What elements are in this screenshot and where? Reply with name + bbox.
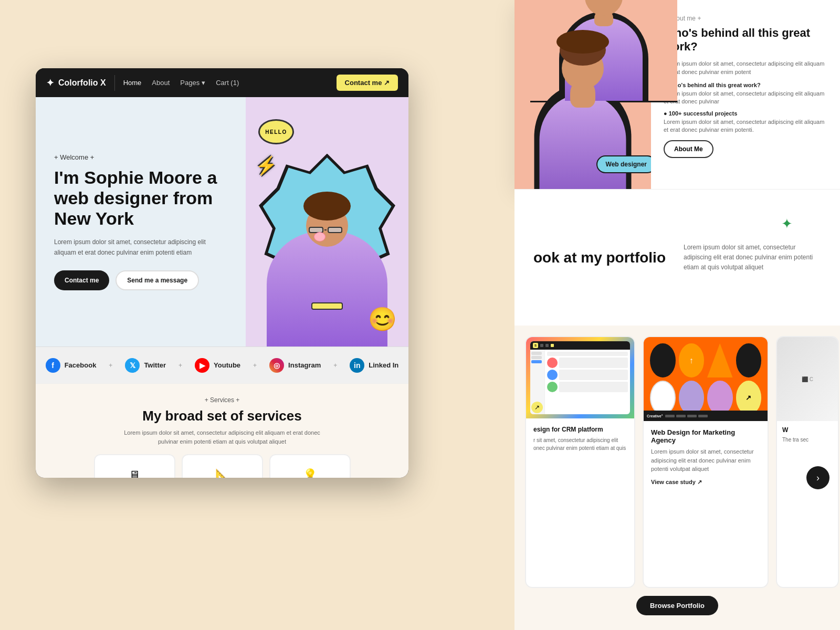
instagram-icon: ◎ (269, 358, 284, 373)
about-desc: Lorem ipsum dolor sit amet, consectetur … (664, 59, 827, 77)
crm-content (545, 350, 630, 414)
agency-nav: Creative° (644, 411, 768, 421)
case-image-2: ↑ ↗ Creative° (644, 337, 768, 421)
glasses-bridge (324, 229, 327, 230)
service-1-icon: 🖥 (129, 468, 140, 478)
about-me-button[interactable]: About Me (664, 140, 713, 158)
linkedin-icon: in (350, 358, 364, 373)
s3 (707, 343, 733, 377)
next-arrow-button[interactable]: › (806, 466, 830, 489)
service-card-3: 💡 (269, 454, 351, 478)
about-item-2: ● 100+ successful projects Lorem ipsum d… (664, 110, 827, 134)
person-hair (303, 192, 351, 220)
youtube-label: Youtube (214, 361, 240, 369)
nav-link-4 (698, 415, 708, 417)
about-item-1-title: ● Who's behind all this great work? (664, 82, 827, 88)
s7 (707, 381, 733, 415)
view-case-link[interactable]: View case study ↗ (651, 479, 760, 486)
main-browser-window: ✦ Colorfolio X Home About Pages ▾ Cart (… (36, 68, 408, 478)
case-card-1: S (525, 336, 635, 588)
cases-scroll: S (525, 336, 830, 588)
case-card-2-title: Web Design for Marketing Agency (651, 428, 760, 444)
case-image-3: ⬛ C (777, 337, 838, 421)
linkedin-label: Linked In (369, 361, 398, 369)
avatar2 (547, 370, 558, 380)
pages-label: Pages (180, 79, 200, 87)
nav-pages[interactable]: Pages ▾ (180, 79, 205, 87)
twitter-icon: 𝕏 (125, 358, 140, 373)
hero-buttons: Contact me Send me a message (54, 270, 227, 290)
case-card-3-text: The tra sec (782, 436, 833, 444)
sep-1: + (109, 362, 112, 369)
case-card-2-text: Lorem ipsum dolor sit amet, consectetur … (651, 447, 760, 474)
social-instagram[interactable]: ◎ Instagram (269, 358, 321, 373)
smiley-icon: 😊 (368, 306, 397, 333)
chevron-down-icon: ▾ (202, 79, 205, 87)
case-link-icon: ↗ (531, 402, 543, 413)
agency-nav-links (665, 415, 764, 417)
sep-3: + (253, 362, 257, 369)
brand-name: Colorfolio X (58, 78, 106, 88)
s8: ↗ (736, 381, 762, 415)
contact-me-button[interactable]: Contact me (54, 270, 109, 290)
sep-4: + (333, 362, 337, 369)
user-info2 (559, 370, 628, 380)
user-info (559, 358, 628, 368)
about-item-1-text: Lorem ipsum dolor sit amet, consectetur … (664, 90, 827, 106)
nav-links: Home About Pages ▾ Cart (1) (123, 79, 328, 87)
nav-contact-button[interactable]: Contact me ↗ (337, 75, 398, 91)
case-card-2-body: Web Design for Marketing Agency Lorem ip… (644, 421, 768, 493)
portfolio-desc: Lorem ipsum dolor sit amet, consectetur … (684, 243, 821, 273)
nav-home[interactable]: Home (123, 79, 142, 87)
nav-link-1 (665, 415, 675, 417)
service-card-2: 📐 (182, 454, 263, 478)
cases-panel: S (514, 326, 840, 630)
star-icon: ✦ (46, 77, 54, 89)
instagram-label: Instagram (288, 361, 321, 369)
shapes-grid: ↑ ↗ (644, 337, 768, 421)
browse-portfolio-button[interactable]: Browse Portfolio (636, 596, 718, 615)
facebook-label: Facebook (65, 361, 97, 369)
s6 (679, 381, 705, 415)
case-3-placeholder: ⬛ C (777, 337, 838, 421)
portfolio-title: ook at my portfolio (533, 249, 671, 267)
nav-about[interactable]: About (152, 79, 170, 87)
s1 (650, 343, 676, 377)
person-hair-top (556, 30, 609, 54)
glasses-right (328, 227, 342, 233)
case-card-3-title: W (782, 426, 833, 434)
crm-nav: S (530, 341, 630, 350)
crm-row4 (547, 382, 628, 392)
send-message-button[interactable]: Send me a message (116, 270, 199, 290)
social-youtube[interactable]: ▶ Youtube (195, 358, 240, 373)
s2: ↑ (679, 343, 705, 377)
service-2-icon: 📐 (215, 468, 229, 478)
user-info3 (559, 382, 628, 392)
social-facebook[interactable]: f Facebook (46, 358, 97, 373)
case-card-3: ⬛ C W The tra sec (776, 336, 839, 588)
services-tag: + Services + (205, 396, 240, 404)
s4 (736, 343, 762, 377)
social-linkedin[interactable]: in Linked In (350, 358, 398, 373)
lightning-icon: ⚡ (255, 155, 277, 176)
hero-left: + Welcome + I'm Sophie Moore a web desig… (36, 97, 246, 346)
social-twitter[interactable]: 𝕏 Twitter (125, 358, 166, 373)
hero-section: + Welcome + I'm Sophie Moore a web desig… (36, 97, 408, 346)
nav-link-3 (687, 415, 697, 417)
twitter-label: Twitter (144, 361, 166, 369)
nav-divider (114, 75, 115, 91)
agency-nav-brand: Creative° (647, 414, 663, 418)
services-section: + Services + My broad set of services Lo… (36, 383, 408, 478)
crm-row1 (547, 352, 628, 356)
crm-sidebar-item2 (531, 356, 542, 359)
social-bar: f Facebook + 𝕏 Twitter + ▶ Youtube + ◎ I… (36, 346, 408, 383)
welcome-tag: + Welcome + (54, 153, 227, 161)
avatar3 (547, 382, 558, 392)
crm-logo: S (533, 343, 538, 348)
glasses (309, 227, 345, 233)
case-card-1-title: esign for CRM platform (533, 426, 627, 433)
crm-row3 (547, 370, 628, 380)
services-description: Lorem ipsum dolor sit amet, consectetur … (122, 428, 322, 446)
service-card-1: 🖥 (94, 454, 175, 478)
nav-cart[interactable]: Cart (1) (216, 79, 239, 87)
